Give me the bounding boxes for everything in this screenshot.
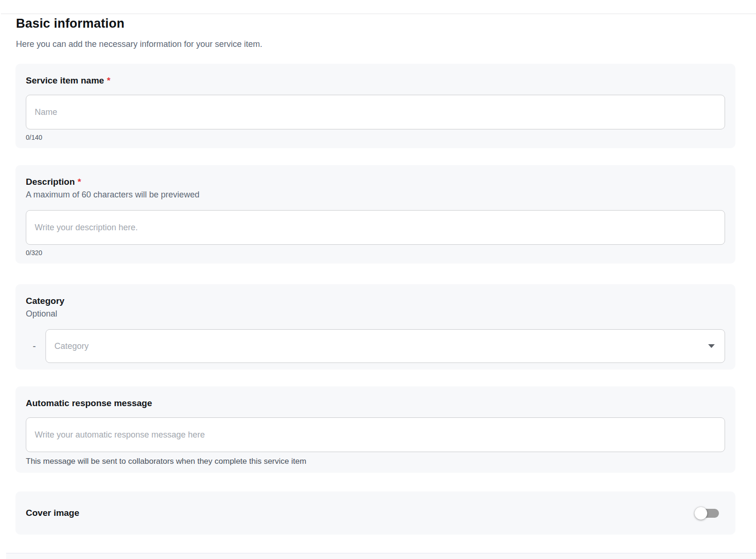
category-row: - Category [26,329,725,363]
cover-image-toggle[interactable] [696,507,719,520]
card-description: Description* A maximum of 60 characters … [15,165,735,264]
service-item-name-label: Service item name* [26,75,725,86]
service-item-name-counter: 0/140 [26,134,725,142]
card-category: Category Optional - Category [15,284,735,370]
card-service-item-name: Service item name* 0/140 [15,64,735,148]
category-prefix-dash: - [29,341,40,352]
footer-strip [0,553,756,559]
footer-notch [0,553,6,559]
description-counter: 0/320 [26,249,725,257]
description-label-text: Description [26,177,75,187]
service-item-name-input[interactable] [26,95,725,129]
card-automatic-response: Automatic response message This message … [15,386,735,473]
required-asterisk: * [78,177,81,187]
cover-image-label: Cover image [26,507,79,519]
basic-information-page: Basic information Here you can add the n… [15,14,735,535]
automatic-response-input[interactable] [26,417,725,452]
description-label: Description* [26,176,725,188]
chevron-down-icon [708,344,715,348]
category-label: Category [26,295,725,307]
automatic-response-helper: This message will be sent to collaborato… [26,456,725,466]
page-title: Basic information [16,15,735,31]
service-item-name-label-text: Service item name [26,76,104,85]
toggle-thumb [695,507,707,520]
category-select[interactable]: Category [45,329,725,363]
description-hint: A maximum of 60 characters will be previ… [26,189,725,200]
required-asterisk: * [107,76,110,85]
category-select-placeholder: Category [54,341,89,351]
card-cover-image: Cover image [15,491,735,535]
automatic-response-label: Automatic response message [26,398,725,409]
page-subtitle: Here you can add the necessary informati… [16,38,735,50]
description-input[interactable] [26,210,725,245]
category-optional-hint: Optional [26,309,725,319]
